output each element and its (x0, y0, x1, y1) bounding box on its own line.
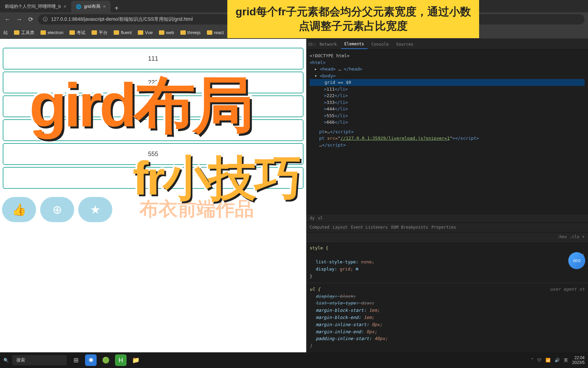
app-icon[interactable]: ✱ (85, 354, 97, 366)
explorer-icon[interactable]: 📁 (130, 354, 142, 366)
styles-pane[interactable]: style { gri list-style-type: none; displ… (306, 242, 588, 283)
devtools-tabs: ⮹ ⬚ Network Elements Console Sources (306, 39, 588, 50)
styles-tab[interactable]: DOM Breakpoints (391, 225, 428, 230)
favorite-button[interactable]: ★ (78, 197, 112, 222)
back-icon[interactable]: ← (3, 16, 12, 23)
thumbs-up-icon: 👍 (12, 203, 26, 216)
tray-chevron-icon[interactable]: ˄ (531, 358, 533, 363)
devtools-tab[interactable]: Elements (341, 40, 368, 49)
ua-styles: user agent st ul { display: block; list-… (306, 283, 588, 352)
styles-tab[interactable]: Properties (431, 225, 456, 230)
tab-title: grid布局 (84, 3, 100, 10)
tab-bilibili[interactable]: 前端的个人空间_哔哩哔哩_b × (0, 1, 71, 12)
tab-title: 前端的个人空间_哔哩哔哩_b (5, 3, 61, 10)
volume-icon[interactable]: 🔊 (555, 358, 560, 363)
cls-toggle[interactable]: .cls (570, 234, 579, 239)
inspect-icon[interactable]: ⮹ (308, 42, 312, 47)
styles-tab[interactable]: Computed (310, 225, 329, 230)
like-button[interactable]: 👍 (2, 197, 36, 222)
url-text: 127.0.0.1:8848/javascript-demo/前端知识点/CSS… (51, 16, 193, 22)
rule-source: gri (310, 252, 585, 259)
bookmark-item[interactable]: 工具类 (14, 30, 34, 36)
ime-indicator[interactable]: 英 (564, 357, 568, 363)
styles-toolbar: :hov .cls + (306, 232, 588, 242)
folder-icon (69, 30, 75, 35)
bookmark-item[interactable]: 站 (3, 30, 8, 36)
hov-toggle[interactable]: :hov (557, 234, 567, 239)
title-overlay-2: fr小技巧 (133, 147, 300, 211)
folder-icon (114, 30, 119, 35)
info-icon: ⓘ (43, 16, 48, 22)
inline-style: style { (310, 245, 585, 252)
taskbar-search[interactable]: 搜索 (12, 355, 67, 365)
bookmark-item[interactable]: 平台 (92, 30, 108, 36)
bookmark-item[interactable]: electron (40, 30, 63, 35)
app-icon[interactable]: H (115, 354, 127, 366)
coin-button[interactable]: ⊕ (40, 197, 74, 222)
reload-icon[interactable]: ⟳ (27, 16, 35, 23)
new-tab-button[interactable]: + (111, 4, 123, 12)
folder-icon (14, 30, 19, 35)
taskbar: 🔍 搜索 ⊞ ✱ 🟢 H 📁 ˄ 🛡 📶 🔊 英 22:04 2023/5 (0, 352, 588, 368)
doctype-node: <!DOCTYPE html> (310, 52, 585, 59)
folder-icon (159, 30, 164, 35)
annotation-banner: grid每个fr子元素都会均分父元素宽度，通过小数点调整子元素占比宽度 (227, 0, 479, 38)
bookmark-item[interactable]: react (207, 30, 224, 35)
devtools-panel: ⮹ ⬚ Network Elements Console Sources <!D… (306, 39, 588, 352)
bookmark-item[interactable]: Vue (138, 30, 153, 35)
clock[interactable]: 22:04 2023/5 (572, 355, 585, 365)
styles-tab[interactable]: Layout (333, 225, 347, 230)
globe-icon: 🌐 (76, 4, 81, 9)
bookmark-item[interactable]: threejs (180, 30, 201, 35)
breadcrumb[interactable]: dy ul (306, 214, 588, 223)
title-overlay-1: gird布局 (29, 65, 251, 147)
bookmark-item[interactable]: 考试 (69, 30, 85, 36)
shield-icon[interactable]: 🛡 (537, 358, 541, 363)
selected-node[interactable]: grid == $0 (310, 79, 585, 86)
bookmark-item[interactable]: fluent (114, 30, 132, 35)
folder-icon (40, 30, 46, 35)
add-rule-button[interactable]: + (582, 234, 585, 239)
devtools-tab[interactable]: Sources (393, 40, 417, 49)
folder-icon (207, 30, 212, 35)
devtools-tab[interactable]: Console (368, 40, 392, 49)
coin-icon: ⊕ (52, 203, 62, 216)
elements-tree[interactable]: <!DOCTYPE html> <html> ▸ <head> … </head… (306, 50, 588, 214)
folder-icon (92, 30, 97, 35)
tab-grid[interactable]: 🌐 grid布局 × (71, 1, 111, 12)
folder-icon (180, 30, 186, 35)
star-icon: ★ (90, 203, 100, 216)
styles-tabs: Computed Layout Event Listeners DOM Brea… (306, 223, 588, 232)
devtools-tab[interactable]: Network (316, 40, 340, 49)
folder-icon (138, 30, 143, 35)
chrome-icon[interactable]: 🟢 (100, 354, 112, 366)
styles-tab[interactable]: Event Listeners (351, 225, 388, 230)
search-icon[interactable]: 🔍 (3, 358, 9, 363)
device-icon[interactable]: ⬚ (313, 42, 315, 47)
forward-icon[interactable]: → (15, 16, 23, 23)
task-view-icon[interactable]: ⊞ (70, 354, 82, 366)
close-icon[interactable]: × (64, 4, 66, 9)
close-icon[interactable]: × (103, 4, 106, 9)
bookmark-item[interactable]: web (159, 30, 174, 35)
wifi-icon[interactable]: 📶 (545, 358, 551, 363)
timer-badge: 00:0 (568, 252, 585, 269)
